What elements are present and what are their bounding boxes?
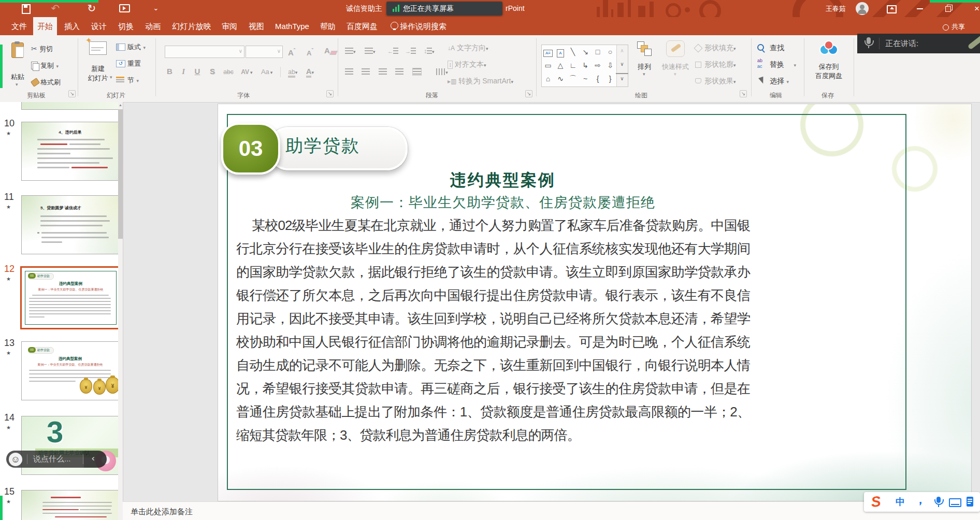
- thumbnail-slide-10[interactable]: 4、违约后果: [21, 122, 119, 181]
- increase-indent-button: →: [405, 45, 416, 57]
- screenshare-border: [0, 45, 3, 88]
- scrollbar-up-arrow[interactable]: ▲: [119, 103, 122, 107]
- font-dialog-launcher[interactable]: ↘: [326, 90, 334, 97]
- chat-widget[interactable]: ☺ 说点什么... ‹: [6, 451, 107, 468]
- thumbnail-slide-9-partial[interactable]: [21, 102, 119, 110]
- collapse-chevron-icon[interactable]: ‹: [92, 453, 95, 464]
- scrollbar-thumb[interactable]: [118, 109, 123, 239]
- notes-placeholder[interactable]: 单击此处添加备注: [131, 507, 193, 517]
- avatar[interactable]: [856, 2, 869, 15]
- section-badge-title[interactable]: 助学贷款: [285, 134, 360, 158]
- start-slideshow-button[interactable]: [117, 2, 131, 15]
- shape-right-arrow-icon[interactable]: ⇨: [592, 59, 604, 72]
- tab-baidu-netdisk[interactable]: 百度网盘: [342, 17, 382, 35]
- cut-button[interactable]: ✂ 剪切: [31, 42, 53, 55]
- shape-oval-icon[interactable]: ○: [604, 45, 616, 59]
- undo-icon: ↶: [51, 3, 60, 14]
- ime-language-mode[interactable]: 中: [893, 492, 907, 512]
- select-button[interactable]: 选择 ▾: [757, 75, 789, 87]
- ime-microphone-icon[interactable]: [933, 497, 944, 509]
- thumbnail-slide-12-selected[interactable]: 03 助学贷款 违约典型案例 案例一：毕业生欠助学贷款、住房贷款屡遭拒绝: [20, 266, 121, 329]
- gallery-scroll-up[interactable]: ∧: [616, 44, 628, 57]
- shape-scribble-icon[interactable]: ∿: [554, 72, 567, 85]
- save-button[interactable]: [19, 2, 32, 15]
- ime-toolbar[interactable]: S 中 ，: [864, 492, 980, 512]
- thumbnail-slide-13[interactable]: 03 助学贷款 违约典型案例 案例一：毕业生欠助学贷款、住房贷款屡遭拒绝 ¥ ¥…: [21, 341, 119, 400]
- slide-body-text[interactable]: 某校02级毕业生夏某在北京就业，通过个人努力购置了私家车后准备贷款购房。中国银行…: [236, 214, 750, 447]
- slide-subtitle[interactable]: 案例一：毕业生欠助学贷款、住房贷款屡遭拒绝: [218, 193, 788, 212]
- shape-elbow-connector-icon[interactable]: ∟: [567, 59, 579, 72]
- layout-button[interactable]: 版式 ▾: [116, 40, 146, 53]
- animation-star-icon: ★: [6, 131, 11, 136]
- shape-textbox-icon[interactable]: A≡: [542, 45, 554, 59]
- section-badge-number[interactable]: 03: [221, 123, 280, 175]
- numbering-icon: [365, 48, 373, 54]
- shape-right-brace-icon[interactable]: }: [604, 72, 616, 85]
- shape-arc-icon[interactable]: ⌒: [567, 72, 579, 85]
- shape-outline-button: 形状轮廓▾: [695, 58, 736, 70]
- tab-help[interactable]: 帮助: [316, 17, 340, 35]
- shape-left-brace-icon[interactable]: {: [592, 72, 604, 85]
- tab-design[interactable]: 设计: [87, 17, 111, 35]
- gallery-more-button[interactable]: ∨: [616, 73, 628, 85]
- shape-line-icon[interactable]: ╲: [567, 45, 579, 59]
- tab-slideshow[interactable]: 幻灯片放映: [168, 17, 215, 35]
- shape-curve-icon[interactable]: ~: [579, 72, 592, 85]
- money-bag-icon: ¥: [106, 377, 119, 394]
- replace-button[interactable]: ab ac 替换 ▾: [757, 58, 796, 70]
- tab-insert[interactable]: 插入: [60, 17, 84, 35]
- reset-button[interactable]: ↺ 重置: [116, 57, 141, 69]
- customize-qat-button[interactable]: ⌄: [149, 2, 163, 15]
- tab-file[interactable]: 文件: [7, 17, 31, 35]
- gallery-scroll-down[interactable]: ∨: [616, 57, 628, 71]
- clipboard-dialog-launcher[interactable]: ↘: [68, 90, 76, 97]
- sogou-logo[interactable]: S: [866, 491, 886, 512]
- titlebar-pattern: [638, 6, 645, 17]
- paragraph-dialog-launcher[interactable]: ↘: [525, 90, 532, 97]
- minimize-button[interactable]: [910, 0, 930, 17]
- tab-animations[interactable]: 动画: [141, 17, 165, 35]
- titlebar-pattern: [650, 2, 654, 17]
- notes-pane[interactable]: 单击此处添加备注: [123, 501, 980, 520]
- shape-rounded-rect-icon[interactable]: ▭: [542, 59, 554, 72]
- ime-keyboard-icon[interactable]: [949, 498, 961, 507]
- thumbnail-slide-15[interactable]: [21, 490, 119, 520]
- tell-me-search[interactable]: 操作说明搜索: [400, 17, 457, 35]
- copy-button[interactable]: 复制 ▾: [31, 59, 59, 71]
- thumbnail-scrollbar[interactable]: ▲: [118, 102, 123, 520]
- undo-button[interactable]: ↶: [49, 2, 62, 15]
- replace-icon: ab ac: [757, 58, 768, 70]
- emoji-button[interactable]: ☺: [9, 453, 22, 466]
- ime-punctuation-toggle[interactable]: ，: [915, 492, 926, 512]
- shape-rectangle-icon[interactable]: □: [592, 45, 604, 59]
- section-button[interactable]: 节 ▾: [116, 74, 139, 86]
- slide-canvas[interactable]: 助学贷款 03 违约典型案例 案例一：毕业生欠助学贷款、住房贷款屡遭拒绝 某校0…: [218, 104, 972, 501]
- chat-input-placeholder[interactable]: 说点什么...: [33, 454, 71, 464]
- group-label-drawing: 绘图: [635, 91, 647, 100]
- shape-freeform-icon[interactable]: ⌂: [542, 72, 554, 85]
- shape-elbow-arrow-icon[interactable]: ↳: [579, 59, 592, 72]
- format-painter-button[interactable]: 格式刷: [31, 76, 61, 88]
- character-spacing-button: AV: [241, 68, 249, 76]
- ribbon-display-options-button[interactable]: [881, 0, 901, 17]
- shape-vertical-textbox-icon[interactable]: A: [554, 45, 567, 59]
- group-label-editing: 编辑: [770, 91, 782, 100]
- shape-arrow-icon[interactable]: ↘: [579, 45, 592, 59]
- bullets-icon: [345, 48, 353, 54]
- tab-transitions[interactable]: 切换: [114, 17, 138, 35]
- slide-title[interactable]: 违约典型案例: [218, 169, 788, 191]
- tab-home[interactable]: 开始: [33, 17, 57, 35]
- ime-clipboard-icon[interactable]: [967, 497, 973, 507]
- thumbnail-slide-11[interactable]: 5、贷款圆梦 诚信成才: [21, 195, 119, 254]
- tab-mathtype[interactable]: MathType: [270, 17, 314, 35]
- redo-button[interactable]: ↻: [85, 2, 98, 15]
- shape-triangle-icon[interactable]: △: [554, 59, 567, 72]
- find-button[interactable]: 查找: [757, 41, 784, 54]
- tab-view[interactable]: 视图: [244, 17, 268, 35]
- sparkle-icon: ✦: [85, 36, 92, 45]
- tab-review[interactable]: 审阅: [218, 17, 241, 35]
- ribbon-tab-bar: 文件 开始 插入 设计 切换 动画 幻灯片放映 审阅 视图 MathType 帮…: [0, 17, 980, 35]
- slide-number: 12: [4, 264, 15, 275]
- drawing-dialog-launcher[interactable]: ↘: [740, 90, 747, 97]
- shape-down-arrow-icon[interactable]: ⇩: [604, 59, 616, 72]
